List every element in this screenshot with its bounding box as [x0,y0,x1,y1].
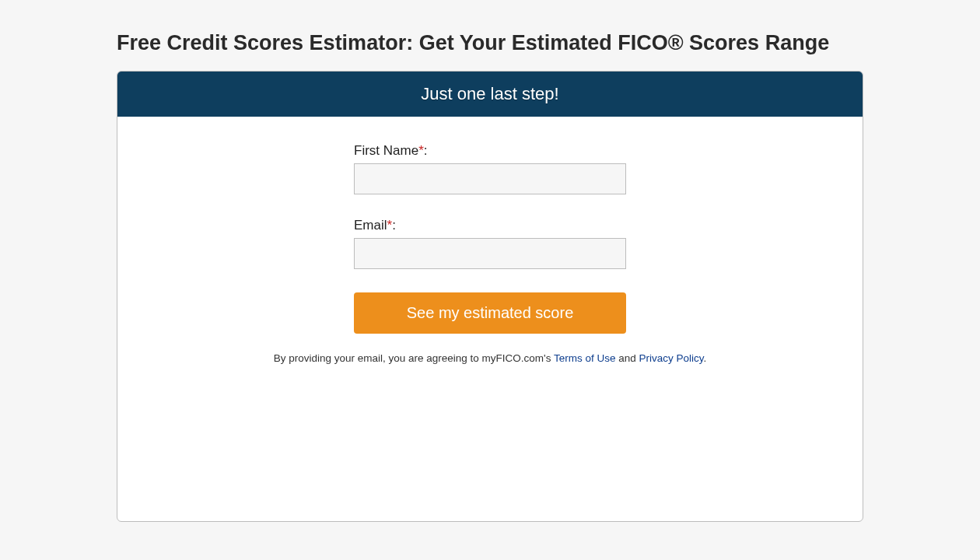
privacy-policy-link[interactable]: Privacy Policy [639,352,704,364]
disclaimer-middle: and [615,352,639,364]
required-marker: * [418,143,424,158]
terms-of-use-link[interactable]: Terms of Use [554,352,616,364]
submit-button[interactable]: See my estimated score [354,292,626,334]
email-label: Email*: [354,218,626,233]
disclaimer-suffix: . [704,352,707,364]
label-colon: : [424,143,428,158]
email-row: Email*: [354,218,626,269]
card-header: Just one last step! [117,72,863,117]
form-card: Just one last step! First Name*: Email*:… [117,71,863,522]
disclaimer-text: By providing your email, you are agreein… [117,352,863,364]
page-container: Free Credit Scores Estimator: Get Your E… [117,31,863,522]
first-name-label: First Name*: [354,143,626,159]
first-name-label-text: First Name [354,143,418,158]
email-label-text: Email [354,218,387,233]
form-area: First Name*: Email*: See my estimated sc… [117,117,863,364]
email-input[interactable] [354,238,626,269]
disclaimer-prefix: By providing your email, you are agreein… [274,352,554,364]
page-title: Free Credit Scores Estimator: Get Your E… [117,31,863,55]
label-colon: : [392,218,396,233]
first-name-row: First Name*: [354,143,626,194]
first-name-input[interactable] [354,163,626,194]
